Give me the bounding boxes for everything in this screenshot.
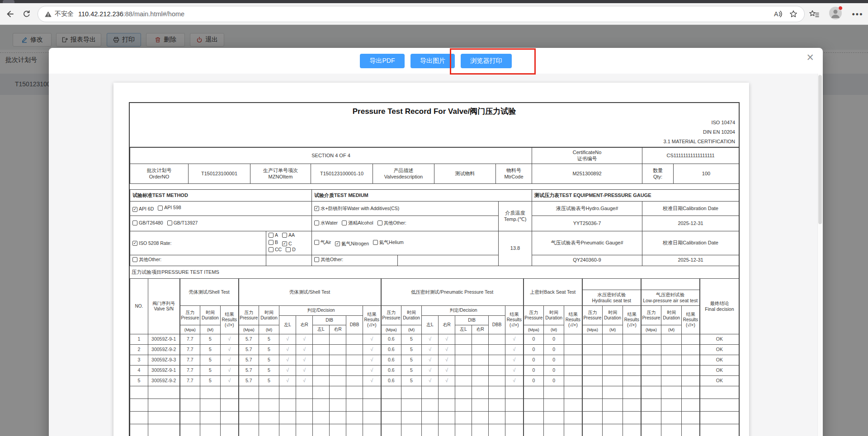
items-cell [330, 355, 346, 365]
items-cell [582, 344, 603, 355]
browser-print-button[interactable]: 浏览器打印 [461, 54, 512, 68]
items-cell: 0 [524, 355, 544, 365]
items-cell: √ [296, 365, 313, 375]
scrollbar-track[interactable] [817, 74, 823, 436]
checkbox-label: API 598 [164, 205, 181, 211]
table-cell: ✓ISO 5208 Rate: AAAB✓CCCD 气Air✓氮气Nitroge… [130, 231, 739, 255]
items-empty-cell [381, 411, 401, 424]
items-cell [346, 344, 363, 355]
items-empty-row [130, 411, 739, 424]
browser-menu-icon[interactable]: ••• [851, 8, 864, 21]
items-empty-cell [564, 411, 582, 424]
items-header-cell: 结果Results(√/×) [564, 305, 582, 334]
export-image-button[interactable]: 导出图片 [410, 54, 455, 68]
items-header-cell: 右R [330, 325, 346, 334]
items-cell: 5 [401, 375, 422, 386]
mzno-item-value: T150123100001-10 [311, 164, 373, 184]
items-cell: 0 [524, 344, 544, 355]
items-empty-cell [564, 386, 582, 398]
items-header-cell: (Mpa) [641, 325, 661, 334]
favorite-star-button[interactable] [789, 9, 798, 19]
read-aloud-button[interactable]: A [773, 9, 783, 19]
items-cell: OK [700, 344, 739, 355]
items-cell [564, 355, 582, 365]
items-cell: 7.7 [180, 375, 200, 386]
close-icon[interactable]: × [807, 52, 814, 64]
empty-cell [398, 255, 499, 266]
items-header-cell: DIB [455, 315, 489, 325]
items-empty-cell [330, 424, 346, 436]
items-header-cell: (M) [259, 325, 279, 334]
section-gap [130, 184, 739, 189]
items-empty-cell [221, 411, 239, 424]
items-cell: 5 [259, 344, 279, 355]
back-button[interactable] [3, 7, 17, 21]
items-empty-cell [682, 411, 700, 424]
items-cell [346, 365, 363, 375]
items-cell: 7.7 [180, 344, 200, 355]
scrollbar-thumb[interactable] [818, 75, 822, 224]
favorites-bar-button[interactable] [807, 8, 821, 21]
items-empty-cell [148, 386, 180, 398]
items-cell: OK [700, 375, 739, 386]
checkbox-label: 气Air [321, 239, 331, 245]
items-cell [682, 375, 700, 386]
items-cell: √ [422, 355, 439, 365]
profile-avatar[interactable] [829, 7, 842, 19]
items-empty-cell [381, 386, 401, 398]
items-cell: 0 [544, 355, 564, 365]
hydro-gauge-label: 液压试验表号Hydro.Gauge# [532, 202, 642, 216]
items-header-cell: 压力Pressure [381, 305, 401, 325]
items-cell: 0 [524, 334, 544, 344]
items-cell: √ [505, 355, 524, 365]
items-header-cell: (M) [200, 325, 221, 334]
address-bar[interactable]: 不安全 110.42.212.236:88/main.html#/home A [38, 6, 805, 22]
standards-list: ISO 10474 DIN EN 10204 3.1 MATERIAL CERT… [130, 118, 739, 146]
items-header-cell: (Mpa) [180, 325, 200, 334]
checkbox-checked: ✓API 6D [132, 206, 154, 212]
items-empty-cell [603, 398, 623, 411]
items-cell: √ [279, 375, 296, 386]
items-empty-cell [682, 424, 700, 436]
items-header-cell: (M) [544, 325, 564, 334]
items-data-row: 530059Z-9-27.75√5.75√√√0.65√√√00OK [130, 375, 739, 386]
items-cell: √ [279, 355, 296, 365]
dialog-body: Pressure Test Record For Valve/阀门压力试验 IS… [49, 74, 823, 436]
not-secure-warning-icon [44, 10, 52, 18]
mzno-item-label: 生产订单号项次MZNOItem [250, 164, 311, 184]
checkbox-box: ✓ [282, 241, 287, 246]
description-label: 产品描述Valvesdescription [373, 164, 434, 184]
dialog-header: 导出PDF 导出图片 浏览器打印 × [49, 48, 823, 74]
items-cell: √ [363, 334, 381, 344]
group-shell-test-1: 壳体测试/Shell Test [180, 278, 239, 305]
checkbox-box [286, 247, 291, 252]
checkbox-unchecked: GB/T26480 [132, 220, 163, 226]
items-empty-cell [363, 424, 381, 436]
items-header-cell: 结果Results(√/×) [623, 305, 641, 334]
browser-tab[interactable] [3, 0, 14, 3]
items-empty-cell [582, 411, 603, 424]
method-row-1: ✓API 6DAPI 598 [130, 202, 312, 216]
items-cell [603, 334, 623, 344]
pneumatic-gauge-label: 气压试验表号Pneumatic Gauge# [532, 231, 642, 255]
items-cell: 5.7 [239, 334, 259, 344]
items-empty-cell [200, 411, 221, 424]
items-empty-cell [296, 424, 313, 436]
items-empty-cell [401, 424, 422, 436]
checkbox-unchecked: CC [269, 247, 282, 253]
items-cell [455, 355, 472, 365]
items-cell: 5.7 [239, 365, 259, 375]
items-header-row: NO.阀门序列号Valve S/N壳体测试/Shell Test壳体测试/She… [130, 278, 739, 290]
checkbox-label: GB/T13927 [174, 220, 198, 226]
report-paper: Pressure Test Record For Valve/阀门压力试验 IS… [113, 83, 749, 436]
items-empty-cell [200, 386, 221, 398]
items-col-final-decision: 最终结论Final decision [700, 278, 739, 334]
refresh-button[interactable] [19, 7, 34, 21]
items-empty-cell [279, 386, 296, 398]
export-pdf-button[interactable]: 导出PDF [360, 54, 405, 68]
items-header-cell: (M) [603, 325, 623, 334]
items-empty-cell [489, 411, 505, 424]
items-cell: √ [279, 344, 296, 355]
certificate-value-cell: CS11111111111111111 [642, 148, 739, 164]
items-cell: √ [422, 375, 439, 386]
